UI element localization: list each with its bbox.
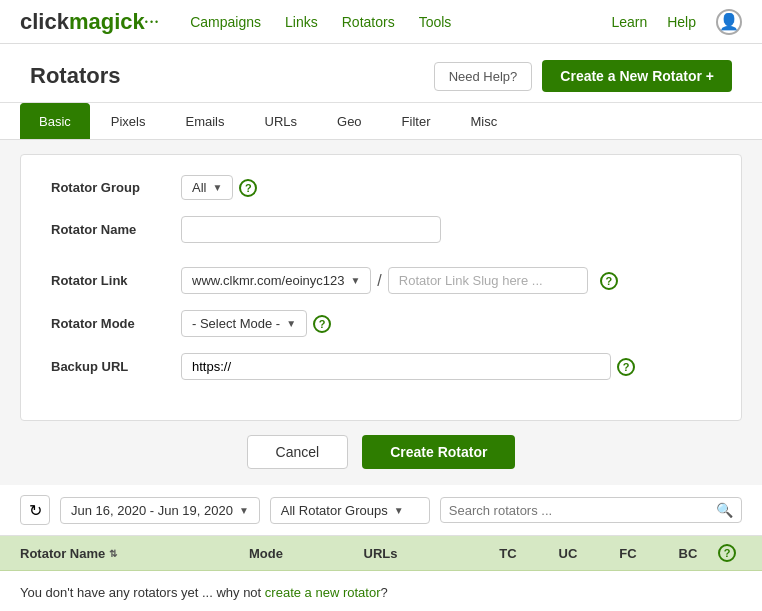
search-wrap: 🔍 <box>440 497 742 523</box>
filter-bar: ↻ Jun 16, 2020 - Jun 19, 2020 ▼ All Rota… <box>0 485 762 536</box>
rotator-mode-arrow-icon: ▼ <box>286 318 296 329</box>
group-filter-dropdown[interactable]: All Rotator Groups ▼ <box>270 497 430 524</box>
rotator-mode-help-icon[interactable]: ? <box>313 315 331 333</box>
nav-learn[interactable]: Learn <box>611 14 647 30</box>
th-bc: BC <box>658 546 718 561</box>
create-new-rotator-button[interactable]: Create a New Rotator + <box>542 60 732 92</box>
table-empty-message: You don't have any rotators yet ... why … <box>0 571 762 611</box>
th-rotator-name: Rotator Name ⇅ <box>20 546 249 561</box>
tab-pixels[interactable]: Pixels <box>92 103 165 139</box>
cancel-button[interactable]: Cancel <box>247 435 349 469</box>
form-actions: Cancel Create Rotator <box>20 435 742 469</box>
backup-url-input[interactable] <box>181 353 611 380</box>
form-row-rotator-mode: Rotator Mode - Select Mode - ▼ ? <box>51 310 711 337</box>
tab-basic[interactable]: Basic <box>20 103 90 139</box>
logo-click: click <box>20 9 69 35</box>
nav-campaigns[interactable]: Campaigns <box>190 0 261 44</box>
search-icon[interactable]: 🔍 <box>716 502 733 518</box>
rotator-link-group: www.clkmr.com/eoinyc123 ▼ / ? <box>181 267 618 294</box>
nav-rotators[interactable]: Rotators <box>342 0 395 44</box>
rotator-group-dropdown[interactable]: All ▼ <box>181 175 233 200</box>
form-row-rotator-group: Rotator Group All ▼ ? <box>51 175 711 200</box>
date-range-value: Jun 16, 2020 - Jun 19, 2020 <box>71 503 233 518</box>
tab-filter[interactable]: Filter <box>383 103 450 139</box>
tabs-bar: Basic Pixels Emails URLs Geo Filter Misc <box>0 103 762 140</box>
date-range-arrow-icon: ▼ <box>239 505 249 516</box>
th-urls: URLs <box>364 546 479 561</box>
refresh-button[interactable]: ↻ <box>20 495 50 525</box>
tab-urls[interactable]: URLs <box>246 103 317 139</box>
rotator-mode-label: Rotator Mode <box>51 316 181 331</box>
page-title: Rotators <box>30 63 120 89</box>
rotator-group-help-icon[interactable]: ? <box>239 179 257 197</box>
rotator-link-slug-input[interactable] <box>388 267 588 294</box>
slash-separator: / <box>377 272 381 290</box>
nav-help[interactable]: Help <box>667 14 696 30</box>
tab-geo[interactable]: Geo <box>318 103 381 139</box>
th-mode: Mode <box>249 546 364 561</box>
th-uc: UC <box>538 546 598 561</box>
rotator-link-help-icon[interactable]: ? <box>600 272 618 290</box>
th-fc: FC <box>598 546 658 561</box>
create-rotator-button[interactable]: Create Rotator <box>362 435 515 469</box>
table-help-icon[interactable]: ? <box>718 544 736 562</box>
page-header-actions: Need Help? Create a New Rotator + <box>434 60 732 92</box>
form-row-backup-url: Backup URL ? <box>51 353 711 380</box>
create-rotator-link[interactable]: create a new rotator <box>265 585 381 600</box>
nav-links: Campaigns Links Rotators Tools <box>190 0 611 44</box>
rotator-link-domain-dropdown[interactable]: www.clkmr.com/eoinyc123 ▼ <box>181 267 371 294</box>
sort-icon-name[interactable]: ⇅ <box>109 548 117 559</box>
th-tc: TC <box>478 546 538 561</box>
refresh-icon: ↻ <box>29 501 42 520</box>
logo: clickmagick••• <box>20 9 160 35</box>
page-header: Rotators Need Help? Create a New Rotator… <box>0 44 762 103</box>
search-input[interactable] <box>449 503 710 518</box>
user-icon[interactable]: 👤 <box>716 9 742 35</box>
rotator-mode-dropdown[interactable]: - Select Mode - ▼ <box>181 310 307 337</box>
table-wrap: Rotator Name ⇅ Mode URLs TC UC FC BC ? Y… <box>0 536 762 611</box>
date-range-dropdown[interactable]: Jun 16, 2020 - Jun 19, 2020 ▼ <box>60 497 260 524</box>
rotator-group-label: Rotator Group <box>51 180 181 195</box>
form-card: Rotator Group All ▼ ? Rotator Name Rotat… <box>20 154 742 421</box>
nav-tools[interactable]: Tools <box>419 0 452 44</box>
nav-right: Learn Help 👤 <box>611 9 742 35</box>
rotator-link-domain-value: www.clkmr.com/eoinyc123 <box>192 273 344 288</box>
rotator-group-arrow-icon: ▼ <box>212 182 222 193</box>
logo-magick: magick <box>69 9 145 35</box>
tab-misc[interactable]: Misc <box>451 103 516 139</box>
group-filter-arrow-icon: ▼ <box>394 505 404 516</box>
backup-url-help-icon[interactable]: ? <box>617 358 635 376</box>
backup-url-label: Backup URL <box>51 359 181 374</box>
rotator-link-label: Rotator Link <box>51 273 181 288</box>
rotator-group-value: All <box>192 180 206 195</box>
rotator-mode-value: - Select Mode - <box>192 316 280 331</box>
rotator-link-domain-arrow-icon: ▼ <box>350 275 360 286</box>
tab-emails[interactable]: Emails <box>166 103 243 139</box>
navbar: clickmagick••• Campaigns Links Rotators … <box>0 0 762 44</box>
need-help-button[interactable]: Need Help? <box>434 62 533 91</box>
form-row-rotator-link: Rotator Link www.clkmr.com/eoinyc123 ▼ /… <box>51 267 711 294</box>
group-filter-value: All Rotator Groups <box>281 503 388 518</box>
rotator-name-label: Rotator Name <box>51 222 181 237</box>
th-help: ? <box>718 544 742 562</box>
table-header: Rotator Name ⇅ Mode URLs TC UC FC BC ? <box>0 536 762 571</box>
logo-dots: ••• <box>145 17 160 27</box>
rotator-name-input[interactable] <box>181 216 441 243</box>
form-row-rotator-name: Rotator Name <box>51 216 711 243</box>
nav-links-link[interactable]: Links <box>285 0 318 44</box>
